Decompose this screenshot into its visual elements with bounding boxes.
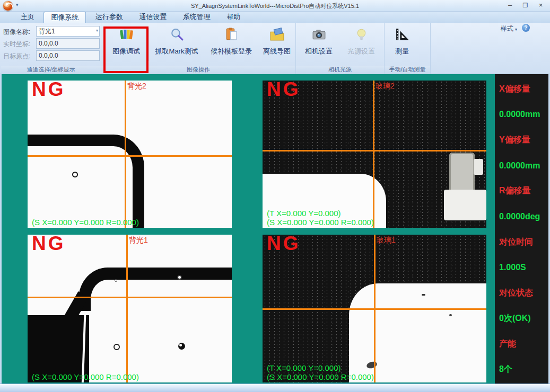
camera-settings-button[interactable]: 相机设置: [298, 24, 340, 65]
title-bar: ▾ SY_AliagnSystemLinkToWorld---MicroDist…: [0, 0, 550, 12]
application-window: ▾ SY_AliagnSystemLinkToWorld---MicroDist…: [0, 0, 550, 392]
offline-image-label: 离线导图: [258, 47, 295, 56]
part-hole: [114, 344, 120, 350]
ng-status-label: NG: [267, 235, 301, 255]
result-sidebar: X偏移量 0.0000mm Y偏移量 0.0000mm R偏移量 0.0000d…: [495, 74, 548, 384]
camera-view-glass1: NG 玻璃1 (T X=0.000 Y=0.000) (S X=0.000 Y=…: [263, 235, 486, 382]
image-name-label: 图像名称:: [3, 28, 36, 37]
window-border-left: [0, 74, 2, 384]
glass-speck: [449, 314, 452, 316]
image-name-combobox[interactable]: 背光1: [36, 26, 100, 37]
crosshair-vertical-line: [126, 235, 128, 382]
r-offset-value: 0.0000deg: [499, 204, 548, 229]
tab-run-parameters[interactable]: 运行参数: [89, 12, 130, 23]
annotation-highlight-box: [103, 26, 149, 73]
target-origin-label: 目标原点:: [3, 52, 36, 61]
tab-home[interactable]: 主页: [14, 12, 41, 23]
light-settings-button: 光源设置: [340, 24, 382, 65]
part-hole: [115, 279, 117, 282]
align-status-label: 对位状态: [499, 280, 548, 306]
status-bar: [0, 384, 550, 392]
glass-speck: [422, 294, 425, 296]
maximize-button[interactable]: ❒: [518, 1, 532, 11]
setsquare-icon: [386, 24, 418, 43]
channel-label: 背光2: [127, 82, 146, 91]
crosshair-vertical-line: [125, 81, 126, 228]
tab-image-system[interactable]: 图像系统: [43, 12, 86, 23]
window-title: SY_AliagnSystemLinkToWorld---MicroDistPr…: [0, 2, 550, 10]
ribbon: 图像名称: 背光1 ▾ 实时坐标: 0.0,0.0 目标原点: 0.0,0.0 …: [0, 23, 550, 74]
main-display-area: NG 背光2 (S X=0.000 Y=0.000 R=0.000) NG 玻璃…: [0, 74, 550, 384]
backup-template-register-button[interactable]: 候补模板登录: [204, 24, 258, 65]
clipboard-icon: [204, 24, 258, 43]
capacity-value: 8个: [499, 357, 548, 382]
part-silhouette: [28, 135, 144, 228]
crosshair-horizontal-line: [263, 308, 486, 310]
ribbon-tab-strip: 主页 图像系统 运行参数 通信设置 系统管理 帮助: [0, 12, 550, 23]
tab-help[interactable]: 帮助: [220, 12, 247, 23]
bulb-icon: [340, 24, 382, 43]
magnifier-icon: [149, 24, 204, 43]
realtime-coord-field: 0.0,0.0: [36, 38, 100, 49]
coordinate-readout-s: (S X=0.000 Y=0.000 R=0.000): [32, 372, 139, 381]
camera-view-backlight2: NG 背光2 (S X=0.000 Y=0.000 R=0.000): [28, 81, 232, 228]
channel-label: 背光1: [129, 236, 148, 245]
coordinate-readout-s: (S X=0.000 Y=0.000 R=0.000): [32, 218, 139, 227]
minimize-button[interactable]: –: [503, 1, 517, 11]
camera-icon: [298, 24, 340, 43]
light-settings-label: 光源设置: [340, 47, 382, 56]
camera-settings-label: 相机设置: [298, 47, 340, 56]
crosshair-horizontal-line: [28, 297, 232, 298]
backup-template-register-label: 候补模板登录: [204, 47, 258, 56]
help-icon[interactable]: ?: [522, 24, 530, 32]
align-time-label: 对位时间: [499, 229, 548, 255]
chevron-down-icon: ▾: [515, 27, 517, 32]
field-row: 目标原点: 0.0,0.0: [3, 50, 100, 61]
clamp-fixture-pad: [444, 190, 486, 220]
grab-mark-test-label: 抓取Mark测试: [149, 47, 204, 56]
group-label-measure: 手动/自动测量: [385, 66, 430, 74]
offline-image-button[interactable]: 离线导图: [258, 24, 295, 65]
clamp-fixture-part: [474, 159, 483, 175]
coordinate-readout-t: (T X=0.000 Y=0.000): [267, 363, 341, 372]
align-time-value: 1.000S: [499, 255, 548, 280]
grab-mark-test-button[interactable]: 抓取Mark测试: [149, 24, 204, 65]
channel-label: 玻璃2: [376, 82, 395, 91]
tab-communication-settings[interactable]: 通信设置: [132, 12, 173, 23]
x-offset-value: 0.0000mm: [499, 102, 548, 127]
r-offset-label: R偏移量: [499, 179, 548, 204]
target-origin-field: 0.0,0.0: [36, 50, 100, 61]
coordinate-readout-s: (S X=0.000 Y=0.000 R=0.000): [267, 218, 374, 227]
style-label: 样式: [501, 25, 513, 32]
x-offset-label: X偏移量: [499, 76, 548, 102]
crosshair-vertical-line: [373, 81, 374, 228]
crosshair-horizontal-line: [263, 150, 486, 152]
coordinate-readout-s: (S X=0.000 Y=0.000 R=0.000): [267, 372, 374, 381]
part-hole: [178, 343, 185, 350]
field-row: 图像名称: 背光1 ▾: [3, 26, 100, 37]
close-button[interactable]: ×: [534, 1, 548, 11]
chevron-down-icon[interactable]: ▾: [96, 28, 98, 33]
part-hole: [72, 172, 78, 177]
measure-button[interactable]: 测量: [386, 24, 418, 65]
tab-system-management[interactable]: 系统管理: [176, 12, 217, 23]
crosshair-horizontal-line: [28, 155, 232, 157]
group-label-camera-light: 相机光源: [296, 66, 384, 74]
align-status-value: 0次(OK): [499, 306, 548, 332]
channel-label: 玻璃1: [377, 236, 396, 245]
coordinate-readout-t: (T X=0.000 Y=0.000): [267, 209, 341, 218]
group-label-channel-select: 通道选择/坐标显示: [1, 66, 101, 74]
ng-status-label: NG: [267, 81, 301, 101]
folder-icon: [258, 24, 295, 43]
part-hole: [177, 275, 182, 280]
y-offset-value: 0.0000mm: [499, 153, 548, 179]
y-offset-label: Y偏移量: [499, 127, 548, 153]
camera-view-glass2: NG 玻璃2 (T X=0.000 Y=0.000) (S X=0.000 Y=…: [263, 81, 486, 228]
field-row: 实时坐标: 0.0,0.0: [3, 38, 100, 49]
camera-view-backlight1: NG 背光1 (S X=0.000 Y=0.000 R=0.000): [28, 235, 232, 382]
realtime-coord-label: 实时坐标:: [3, 40, 36, 49]
measure-label: 测量: [386, 47, 418, 56]
ng-status-label: NG: [32, 81, 66, 101]
style-dropdown[interactable]: 样式 ▾: [501, 24, 517, 33]
group-channel-select: 图像名称: 背光1 ▾ 实时坐标: 0.0,0.0 目标原点: 0.0,0.0 …: [1, 23, 101, 74]
